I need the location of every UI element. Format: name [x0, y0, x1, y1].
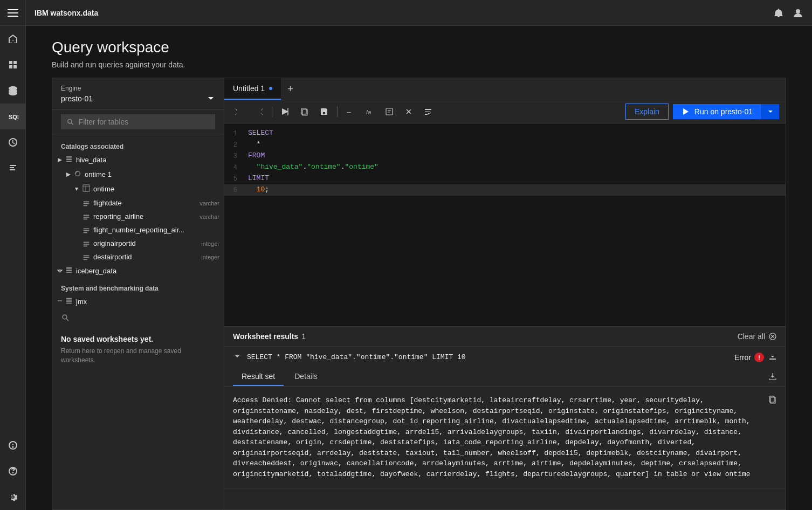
nav-info[interactable]	[0, 432, 26, 458]
tree-collapse-icon	[57, 268, 63, 274]
tree-item-col-originairportid[interactable]: originairportid integer	[52, 237, 224, 250]
code-line-3: 3 FROM	[224, 150, 786, 162]
line-num-3: 3	[224, 150, 246, 162]
brand-product: watsonx.data	[51, 9, 99, 17]
clear-all-icon	[768, 332, 777, 341]
tree-item-iceberg-data[interactable]: iceberg_data	[52, 264, 224, 278]
svg-rect-9	[66, 161, 72, 162]
hamburger-menu[interactable]	[0, 0, 26, 26]
clear-all-button[interactable]: Clear all	[738, 332, 777, 341]
nav-sql[interactable]: SQL	[0, 104, 26, 129]
redo-button[interactable]	[250, 105, 267, 119]
tree-item-ontime-schema[interactable]: ontime 1	[52, 167, 224, 182]
download-icon[interactable]	[768, 352, 777, 362]
wrap-button[interactable]	[419, 105, 437, 119]
line-num-6: 6	[224, 184, 246, 196]
sidebar-search[interactable]	[52, 309, 224, 326]
code-editor[interactable]: 1 SELECT 2 * 3 FROM 4	[224, 123, 786, 326]
explain-button[interactable]: Explain	[625, 104, 669, 120]
tree-item-col-flightdate[interactable]: flightdate varchar	[52, 196, 224, 210]
tree-item-col-reporting-airline[interactable]: reporting_airline varchar	[52, 210, 224, 223]
filter-input[interactable]	[79, 118, 210, 126]
tree-item-jmx[interactable]: jmx	[52, 294, 224, 309]
result-tab-download[interactable]	[768, 372, 777, 382]
copy-button[interactable]	[296, 105, 313, 119]
svg-rect-15	[84, 203, 90, 204]
brand-ibm: IBM	[35, 9, 51, 17]
svg-text:SQL: SQL	[9, 114, 18, 120]
svg-rect-30	[66, 270, 72, 271]
schema-icon	[74, 170, 81, 179]
catalog-icon	[65, 155, 73, 164]
system-section-label: System and benchmarking data	[52, 278, 224, 294]
copy-error-button[interactable]	[768, 395, 777, 408]
result-tab-details[interactable]: Details	[286, 368, 326, 386]
svg-rect-27	[84, 257, 90, 258]
svg-rect-25	[84, 245, 87, 246]
no-worksheets-desc: Return here to reopen and manage saved w…	[61, 347, 215, 365]
run-dropdown-button[interactable]	[761, 104, 779, 119]
nav-reports[interactable]	[0, 155, 26, 181]
notifications-icon[interactable]	[773, 8, 784, 18]
svg-line-6	[71, 123, 73, 125]
run-selected-icon	[281, 107, 290, 116]
column-icon	[82, 226, 90, 234]
tree-item-ontime-table[interactable]: ontime	[52, 182, 224, 196]
run-button[interactable]: Run on presto-01	[673, 104, 761, 119]
col-name-flightdate: flightdate	[93, 199, 196, 207]
svg-rect-19	[84, 218, 87, 219]
result-status-label: Error	[734, 353, 751, 362]
clear-button[interactable]	[400, 105, 417, 119]
result-item-header-1: SELECT * FROM "hive_data"."ontime"."onti…	[224, 347, 786, 368]
undo-button[interactable]	[231, 105, 248, 119]
schema-name-ontime1: ontime 1	[85, 170, 219, 178]
tree-item-col-flight-number[interactable]: flight_number_reporting_air...	[52, 223, 224, 237]
editor-toolbar: -- Ia	[224, 100, 786, 123]
col-type-originairportid: integer	[201, 240, 219, 247]
comment-button[interactable]: --	[342, 105, 359, 119]
engine-select[interactable]: presto-01	[61, 94, 215, 103]
line-content-4: "hive_data"."ontime"."ontime"	[246, 162, 786, 173]
page-content: Query workspace Build and run queries ag…	[26, 26, 812, 510]
format-button[interactable]: Ia	[361, 105, 379, 119]
user-icon[interactable]	[793, 8, 803, 18]
table-name-ontime: ontime	[93, 185, 219, 193]
run-selected-button[interactable]	[277, 105, 294, 119]
svg-point-4	[796, 9, 800, 13]
tab-label-untitled-1: Untitled 1	[233, 84, 265, 93]
tab-add-button[interactable]: +	[281, 78, 300, 100]
tree-expand-icon	[74, 186, 80, 192]
svg-rect-26	[84, 255, 90, 256]
result-tab-result-set[interactable]: Result set	[233, 368, 284, 386]
page-subtitle: Build and run queries against your data.	[52, 60, 786, 69]
col-type-flightdate: varchar	[199, 200, 219, 206]
topbar-right	[773, 8, 803, 18]
nav-data[interactable]	[0, 78, 26, 104]
nav-history[interactable]	[0, 129, 26, 155]
tab-untitled-1[interactable]: Untitled 1	[224, 78, 281, 100]
template-icon	[385, 107, 394, 116]
catalog-name-hive: hive_data	[76, 156, 219, 164]
nav-settings[interactable]	[0, 484, 26, 510]
col-name-reporting-airline: reporting_airline	[93, 212, 196, 220]
template-button[interactable]	[381, 105, 398, 119]
svg-rect-42	[386, 108, 393, 115]
nav-help[interactable]	[0, 458, 26, 484]
line-content-2: *	[246, 139, 786, 150]
line-content-6: 10;	[246, 184, 786, 195]
nav-catalog[interactable]	[0, 52, 26, 78]
save-button[interactable]	[315, 105, 333, 119]
svg-rect-16	[84, 205, 87, 206]
svg-rect-7	[66, 156, 72, 158]
result-item-1: SELECT * FROM "hive_data"."ontime"."onti…	[224, 347, 786, 488]
svg-text:--: --	[347, 108, 351, 116]
tree-item-hive-data[interactable]: hive_data	[52, 153, 224, 167]
svg-rect-34	[66, 303, 72, 304]
tree-item-col-destairportid[interactable]: destairportid integer	[52, 250, 224, 264]
nav-home[interactable]	[0, 26, 26, 52]
svg-rect-11	[83, 185, 90, 191]
svg-text:Ia: Ia	[366, 109, 371, 115]
run-label: Run on presto-01	[694, 107, 753, 116]
run-icon	[682, 107, 690, 116]
result-expand-icon[interactable]	[233, 352, 242, 362]
